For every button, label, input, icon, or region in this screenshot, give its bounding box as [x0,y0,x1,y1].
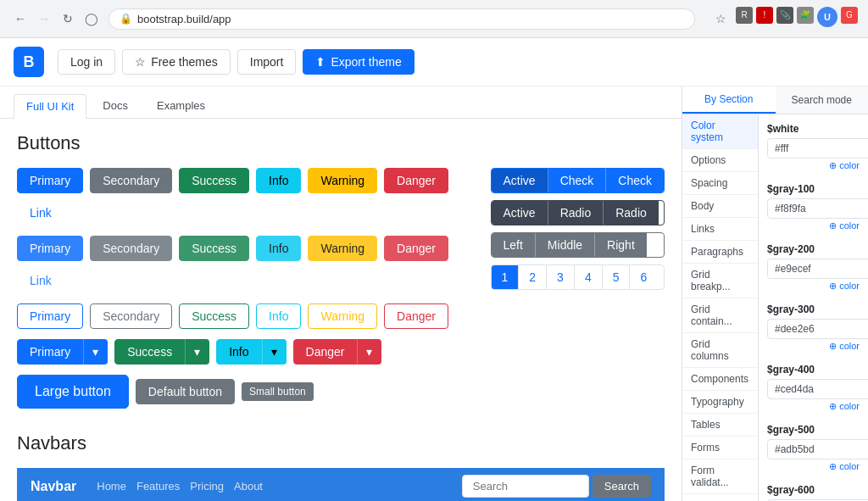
color-input-gray300[interactable] [767,319,868,339]
page-3[interactable]: 3 [547,265,575,289]
reload-button[interactable]: ↻ [58,8,78,29]
sidebar-nav-spacing[interactable]: Spacing [682,172,758,195]
sidebar-nav-navs[interactable]: Navs [682,494,758,501]
btn-secondary-outline[interactable]: Secondary [90,303,172,329]
sidebar-nav-grid-columns[interactable]: Grid columns [682,333,758,368]
navbar-search-input-blue[interactable] [462,475,589,498]
btn-check-2[interactable]: Check [606,169,664,192]
color-input-gray200[interactable] [767,259,868,279]
btn-radio-2[interactable]: Radio [604,201,659,225]
sidebar-nav-typography[interactable]: Typography [682,391,758,414]
btn-right[interactable]: Right [595,233,647,257]
sidebar-nav-color-system[interactable]: Color system [682,114,758,149]
page-4[interactable]: 4 [575,265,603,289]
user-avatar[interactable]: U [817,7,837,27]
navbar-link-pricing-blue[interactable]: Pricing [190,480,224,493]
sidebar-nav-form-validation[interactable]: Form validat... [682,459,758,494]
btn-primary-solid[interactable]: Primary [17,168,83,193]
btn-success-outline[interactable]: Success [179,303,249,329]
tab-full-ui-kit[interactable]: Full UI Kit [14,94,86,119]
dropdown-info: Info ▾ [216,339,286,365]
color-input-gray100[interactable] [767,198,868,219]
tab-examples[interactable]: Examples [144,93,218,118]
color-input-gray500[interactable] [767,439,868,459]
home-button[interactable]: ◯ [81,8,102,29]
sidebar-nav-components[interactable]: Components [682,368,758,391]
color-link-gray100[interactable]: ⊕ color [767,220,860,231]
color-link-gray300[interactable]: ⊕ color [767,341,860,352]
btn-success-dropdown-toggle[interactable]: ▾ [185,339,209,365]
btn-secondary-faded[interactable]: Secondary [90,236,172,261]
sidebar-nav-body[interactable]: Body [682,195,758,218]
btn-small[interactable]: Small button [242,382,314,401]
color-link-gray200[interactable]: ⊕ color [767,281,860,292]
navbar-search-button-blue[interactable]: Search [593,475,651,498]
btn-info-outline[interactable]: Info [256,303,301,329]
page-6[interactable]: 6 [630,265,657,289]
back-button[interactable]: ← [10,8,31,29]
navbars-section: Navbars Navbar Home Features Pricing Abo… [0,432,682,501]
page-5[interactable]: 5 [603,265,631,289]
color-link-gray400[interactable]: ⊕ color [767,401,860,412]
btn-danger-solid[interactable]: Danger [384,168,448,193]
free-themes-button[interactable]: ☆ Free themes [122,49,231,75]
btn-secondary-solid[interactable]: Secondary [90,168,172,193]
sidebar-nav-options[interactable]: Options [682,149,758,172]
btn-info-solid[interactable]: Info [256,168,301,193]
bookmark-button[interactable]: ☆ [709,7,732,31]
sidebar-nav-paragraphs[interactable]: Paragraphs [682,241,758,264]
btn-primary-faded[interactable]: Primary [17,236,83,261]
btn-success-faded[interactable]: Success [179,236,249,261]
tabs-bar: Full UI Kit Docs Examples [0,86,682,119]
btn-warning-solid[interactable]: Warning [308,168,377,193]
btn-primary-dropdown-toggle[interactable]: ▾ [83,339,108,365]
btn-warning-outline[interactable]: Warning [308,303,377,329]
address-bar[interactable]: 🔒 bootstrap.build/app [108,8,695,30]
browser-nav-buttons[interactable]: ← → ↻ ◯ [10,8,102,29]
forward-button[interactable]: → [34,8,54,29]
color-link-gray500[interactable]: ⊕ color [767,461,860,472]
sidebar-nav-grid-breakpoints[interactable]: Grid breakp... [682,264,758,298]
btn-default[interactable]: Default button [136,379,235,404]
page-1[interactable]: 1 [492,265,520,289]
navbar-link-features-blue[interactable]: Features [136,480,180,493]
btn-middle[interactable]: Middle [536,233,595,257]
btn-warning-faded[interactable]: Warning [308,236,377,261]
color-input-gray400[interactable] [767,379,868,399]
tab-docs[interactable]: Docs [90,93,141,118]
sidebar-nav-forms[interactable]: Forms [682,437,758,459]
btn-danger-faded[interactable]: Danger [384,236,448,261]
sidebar-nav-grid-containers[interactable]: Grid contain... [682,298,758,333]
btn-danger-outline[interactable]: Danger [384,303,448,329]
export-theme-button[interactable]: ⬆ Export theme [303,49,414,75]
login-button[interactable]: Log in [58,49,115,75]
navbar-brand-blue: Navbar [31,479,76,494]
btn-info-dropdown-toggle[interactable]: ▾ [262,339,287,365]
color-input-white[interactable] [767,138,868,159]
btn-primary-dropdown-main[interactable]: Primary [17,339,83,365]
import-button[interactable]: Import [237,49,297,75]
btn-success-solid[interactable]: Success [179,168,249,193]
btn-success-dropdown-main[interactable]: Success [114,339,185,365]
btn-large[interactable]: Large button [17,375,129,409]
btn-left[interactable]: Left [492,233,536,257]
color-link-white[interactable]: ⊕ color [767,160,860,171]
btn-info-faded[interactable]: Info [256,236,301,261]
navbar-link-home-blue[interactable]: Home [97,480,126,493]
sidebar-tab-search-mode[interactable]: Search mode [776,86,869,114]
btn-info-dropdown-main[interactable]: Info [216,339,261,365]
sidebar-nav-tables[interactable]: Tables [682,414,758,437]
btn-radio-1[interactable]: Radio [548,201,604,225]
btn-danger-dropdown-toggle[interactable]: ▾ [357,339,381,365]
btn-primary-outline[interactable]: Primary [17,303,83,329]
page-2[interactable]: 2 [519,265,547,289]
btn-danger-dropdown-main[interactable]: Danger [293,339,358,365]
navbar-link-about-blue[interactable]: About [234,480,263,493]
btn-active-2[interactable]: Active [492,201,548,225]
btn-link-faded[interactable]: Link [17,268,64,293]
btn-check-1[interactable]: Check [548,169,607,192]
btn-link-solid[interactable]: Link [17,200,64,225]
sidebar-nav-links[interactable]: Links [682,218,758,241]
btn-active-1[interactable]: Active [492,169,548,192]
sidebar-tab-by-section[interactable]: By Section [682,86,776,114]
